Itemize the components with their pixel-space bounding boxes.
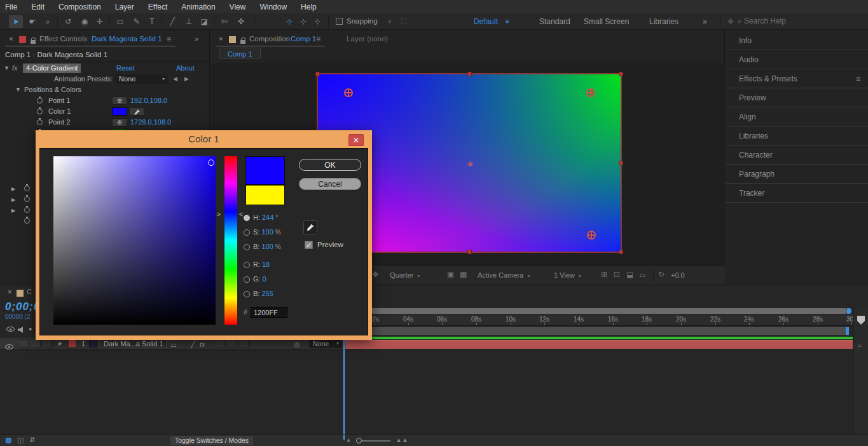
hue-slider[interactable] (224, 156, 237, 325)
zoom-tool-icon[interactable]: ⌕ (41, 15, 55, 28)
timeline-zoom-slider-knob[interactable] (356, 438, 362, 443)
mask-visibility-icon[interactable]: ⊡ (614, 270, 620, 279)
timeline-scrollbar[interactable] (347, 308, 847, 314)
menu-window[interactable]: Window (259, 3, 287, 11)
color-field-marker[interactable] (208, 159, 214, 166)
workspace-tab-default[interactable]: Default (474, 15, 498, 28)
preset-prev-icon[interactable]: ◀ (173, 74, 177, 84)
ok-button[interactable]: OK (299, 159, 361, 171)
menu-effect[interactable]: Effect (148, 3, 167, 11)
stopwatch-icon[interactable] (37, 109, 43, 114)
effect-controls-tab-label[interactable]: Effect Controls (39, 35, 87, 43)
layer-audio-switch[interactable] (18, 339, 29, 348)
snapping-checkbox[interactable] (336, 18, 343, 25)
comp-marker-icon[interactable] (857, 316, 865, 325)
zoom-in-mountain-icon[interactable]: ▲▲ (396, 436, 408, 443)
shape-tool-icon[interactable]: ▭ (113, 15, 127, 28)
selection-handle[interactable] (467, 72, 472, 76)
reset-exposure-icon[interactable]: ↻ (658, 270, 665, 279)
video-column-icon[interactable] (6, 327, 15, 332)
anchor-point-icon[interactable]: ⌖ (464, 158, 476, 170)
menu-layer[interactable]: Layer (115, 3, 134, 11)
hex-input[interactable] (251, 307, 287, 318)
workspace-tab-libraries[interactable]: Libraries (649, 15, 679, 28)
audio-column-icon[interactable] (18, 327, 25, 333)
brightness-radio[interactable] (244, 244, 250, 250)
point4-control-icon[interactable] (587, 231, 596, 240)
roi-icon[interactable]: ▣ (447, 270, 454, 279)
preset-next-icon[interactable]: ▶ (184, 74, 189, 84)
view-layout-dropdown[interactable]: 1 View▾ (554, 269, 592, 281)
flowchart-icon[interactable]: ⚏ (639, 270, 646, 279)
panel-preview[interactable]: Preview (726, 88, 868, 107)
grid-guides-icon[interactable]: ⊞ (601, 270, 607, 279)
stopwatch-icon[interactable] (24, 218, 30, 224)
panel-align[interactable]: Align (726, 107, 868, 126)
panel-character[interactable]: Character (726, 145, 868, 165)
comp-marker-bin-icon[interactable]: ⌂ (858, 341, 862, 348)
stopwatch-icon[interactable] (24, 186, 30, 191)
menu-animation[interactable]: Animation (181, 3, 215, 11)
eyedropper-button[interactable] (303, 220, 317, 234)
panel-menu-icon[interactable]: ≡ (316, 35, 320, 44)
switch-box[interactable] (214, 339, 224, 348)
panel-info[interactable]: Info (726, 31, 868, 50)
selection-handle[interactable] (619, 250, 623, 254)
switch-box[interactable] (226, 339, 237, 348)
snap-option-icon[interactable]: ⌖ (383, 15, 397, 28)
hand-tool-icon[interactable]: ☛ (25, 15, 39, 28)
composition-tab-target[interactable]: Comp 1 (291, 35, 316, 43)
pan-behind-tool-icon[interactable]: ✛ (93, 15, 107, 28)
eyedropper-icon[interactable] (129, 107, 144, 116)
selection-handle[interactable] (467, 250, 472, 254)
local-axis-mode-icon[interactable]: ⊹ (282, 15, 296, 28)
viewer-comp-tab[interactable]: Comp 1 (219, 48, 261, 59)
view-axis-mode-icon[interactable]: ⊹ (310, 15, 324, 28)
in-out-duration-icon[interactable]: ⇵ (29, 436, 35, 444)
panel-audio[interactable]: Audio (726, 50, 868, 69)
current-time-display[interactable]: 0;00;0 (5, 301, 40, 313)
effect-about-link[interactable]: About (176, 63, 195, 74)
panel-effects-presets[interactable]: Effects & Presets ≡ (726, 69, 868, 88)
workspace-tab-standard[interactable]: Standard (539, 15, 570, 28)
layer-name[interactable]: Dark Ma...a Solid 1 (100, 339, 167, 348)
close-icon[interactable]: × (8, 288, 11, 295)
saturation-brightness-field[interactable] (53, 156, 216, 325)
green-radio[interactable] (244, 276, 250, 283)
layer-lock-switch[interactable] (42, 339, 53, 348)
work-area-bar[interactable] (345, 327, 850, 335)
panel-libraries[interactable]: Libraries (726, 126, 868, 145)
clone-stamp-tool-icon[interactable]: ⊥ (182, 15, 196, 28)
timeline-scrollbar-cap[interactable] (847, 308, 851, 314)
camera-dropdown[interactable]: Active Camera▾ (478, 269, 541, 281)
hue-radio[interactable] (244, 215, 250, 221)
solo-column-icon[interactable]: ● (29, 326, 32, 332)
workspace-tab-small-screen[interactable]: Small Screen (584, 15, 629, 28)
roto-brush-tool-icon[interactable]: ✄ (217, 15, 231, 28)
exposure-value[interactable]: +0.0 (671, 269, 685, 281)
search-help-input[interactable] (744, 15, 852, 27)
workspace-menu-icon[interactable]: ≡ (506, 15, 509, 28)
layer-duration-bar[interactable] (345, 340, 853, 349)
magnification-dropdown[interactable]: Quarter▾ (390, 269, 439, 281)
stopwatch-icon[interactable] (24, 207, 30, 213)
panel-menu-icon[interactable]: ≡ (856, 69, 860, 88)
toggle-switches-modes-button[interactable]: Toggle Switches / Modes (170, 436, 253, 445)
layer-visibility-icon[interactable] (5, 344, 13, 349)
transparency-grid-icon[interactable]: ▦ (460, 270, 467, 279)
fx-badge-icon[interactable]: fx (12, 63, 18, 74)
menu-composition[interactable]: Composition (59, 3, 101, 11)
stopwatch-icon[interactable] (24, 196, 30, 202)
puppet-pin-tool-icon[interactable]: ✜ (234, 15, 248, 28)
parent-dropdown[interactable]: None ▾ (309, 339, 342, 348)
quality-slash-icon[interactable]: ╱ (191, 339, 195, 350)
cancel-button[interactable]: Cancel (299, 178, 361, 190)
effect-name[interactable]: 4-Color Gradient (23, 64, 81, 73)
menu-view[interactable]: View (230, 3, 246, 11)
camera-tool-icon[interactable]: ◉ (78, 15, 92, 28)
rotate-tool-icon[interactable]: ↺ (61, 15, 75, 28)
close-icon[interactable]: × (9, 35, 13, 43)
fx-switch-icon[interactable]: fx (200, 339, 205, 350)
panel-tracker[interactable]: Tracker (726, 184, 868, 203)
collapse-triangle-icon[interactable]: ▼ (15, 84, 21, 95)
